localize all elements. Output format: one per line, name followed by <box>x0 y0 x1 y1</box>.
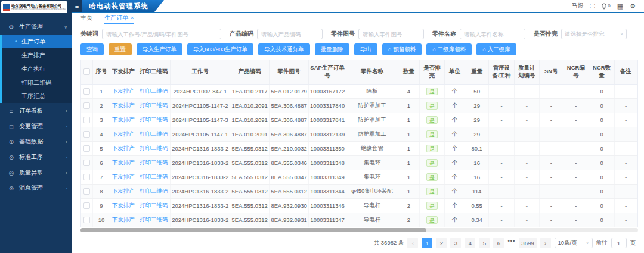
print-qrcode-link[interactable]: 打印二维码 <box>137 141 171 155</box>
page-button-3699[interactable]: 3699 <box>519 238 536 248</box>
row-checkbox[interactable] <box>83 202 90 209</box>
total-count: 共 36982 条 <box>374 239 404 247</box>
cell-index: 4 <box>93 127 110 141</box>
row-checkbox[interactable] <box>83 102 90 109</box>
cell-remark: - <box>615 84 637 98</box>
dispatch-link[interactable]: 下发排产 <box>110 198 137 213</box>
cell-product_code: 1EA.010.2117 <box>230 84 270 98</box>
user-name[interactable]: 马煜 <box>572 2 584 10</box>
select-all-checkbox[interactable] <box>83 68 90 75</box>
cell-product_code: 5EA.555.0312 <box>230 198 270 213</box>
page-button-2[interactable]: 2 <box>436 238 447 248</box>
print-qrcode-link[interactable]: 打印二维码 <box>137 155 171 170</box>
dispatch-link[interactable]: 下发排产 <box>110 213 137 227</box>
page-button-5[interactable]: 5 <box>479 238 490 248</box>
dispatch-link[interactable]: 下发排产 <box>110 84 137 98</box>
scheduled-badge: 是 <box>426 159 438 167</box>
page-size-select[interactable]: 10条/页 ∨ <box>555 238 593 248</box>
dispatch-link[interactable]: 下发排产 <box>110 155 137 170</box>
keyword-input[interactable] <box>102 29 221 39</box>
sidebar-item-production[interactable]: ⚙生产管理∨ <box>0 19 72 35</box>
search-button[interactable]: 查询 <box>80 43 104 55</box>
scrollbar-thumb[interactable] <box>80 228 426 232</box>
grid-apps-icon[interactable]: ▦ <box>617 3 623 10</box>
dispatch-link[interactable]: 下发排产 <box>110 170 137 184</box>
cell-weight: 0.55 <box>465 198 489 213</box>
page-button-3[interactable]: 3 <box>450 238 461 248</box>
page-button-1[interactable]: 1 <box>422 238 432 248</box>
print-qrcode-link[interactable]: 打印二维码 <box>137 213 171 227</box>
reset-button[interactable]: 重置 <box>109 43 132 55</box>
page-button-4[interactable]: 4 <box>465 238 475 248</box>
gear-icon[interactable]: ⚙ <box>630 3 636 10</box>
cell-index: 9 <box>93 198 110 213</box>
sidebar-subitem[interactable]: 生产排产 <box>2 48 72 62</box>
sidebar-subitem[interactable]: 打印二维码 <box>2 76 72 89</box>
reserve-material-button[interactable]: ⌂预留领料 <box>382 43 422 55</box>
batch-delete-button[interactable]: 批量删除 <box>315 43 349 55</box>
dispatch-link[interactable]: 下发排产 <box>110 127 137 141</box>
row-checkbox[interactable] <box>83 131 90 138</box>
product-code-input[interactable] <box>257 29 323 39</box>
part-name-input[interactable] <box>460 29 525 39</box>
next-page-button[interactable]: › <box>540 238 551 248</box>
scheduled-cell: 是 <box>419 84 444 98</box>
dispatch-link[interactable]: 下发排产 <box>110 184 137 198</box>
sidebar-item-base-data[interactable]: ⊕基础数据› <box>0 134 72 149</box>
print-qrcode-link[interactable]: 打印二维码 <box>137 170 171 184</box>
prev-page-button[interactable]: ‹ <box>407 238 418 248</box>
print-qrcode-link[interactable]: 打印二维码 <box>137 98 171 113</box>
dispatch-link[interactable]: 下发排产 <box>110 113 137 127</box>
print-qrcode-link[interactable]: 打印二维码 <box>137 198 171 213</box>
row-checkbox[interactable] <box>83 88 90 95</box>
scheduled-select[interactable]: 请选择是否排完∨ <box>561 29 627 39</box>
cell-sap_no: 10003167172 <box>309 84 346 98</box>
fullscreen-icon[interactable]: ⛶ <box>590 3 595 10</box>
import-notice-button[interactable]: 导入技术通知单 <box>258 43 310 55</box>
chevron-down-icon: ∨ <box>586 240 589 245</box>
row-checkbox[interactable] <box>83 174 90 180</box>
sidebar-subitem[interactable]: •生产订单 <box>2 35 72 48</box>
print-qrcode-link[interactable]: 打印二维码 <box>137 184 171 198</box>
page-ellipsis[interactable]: ••• <box>507 238 515 248</box>
sidebar-item-standard-process[interactable]: ⊙标准工序› <box>0 149 72 165</box>
row-checkbox[interactable] <box>83 188 90 195</box>
goto-page-input[interactable] <box>611 238 627 248</box>
cell-work_no: 2024HPC1316-1833-2 <box>171 155 230 170</box>
sidebar-menu: ⚙生产管理∨•生产订单生产排产生产执行打印二维码工序汇总≡订单看板›□变更管理›… <box>0 19 72 196</box>
dispatch-link[interactable]: 下发排产 <box>110 141 137 155</box>
tab-生产订单[interactable]: 生产订单× <box>104 13 134 24</box>
row-checkbox[interactable] <box>83 160 90 166</box>
sidebar-item-order-board[interactable]: ≡订单看板› <box>0 103 72 118</box>
print-qrcode-link[interactable]: 打印二维码 <box>137 84 171 98</box>
horizontal-scrollbar[interactable] <box>80 228 638 232</box>
cell-sap_no: 10003311347 <box>309 213 346 227</box>
hamburger-menu-icon[interactable]: ≡ <box>72 0 82 12</box>
sidebar-item-quality-exception[interactable]: ◎质量异常› <box>0 165 72 180</box>
print-qrcode-link[interactable]: 打印二维码 <box>137 113 171 127</box>
import-order-button[interactable]: 导入生产订单 <box>137 43 182 55</box>
column-header: 零件名称 <box>346 60 398 84</box>
column-header: SAP生产订单号 <box>309 60 346 84</box>
sidebar-item-change-mgmt[interactable]: □变更管理› <box>0 118 72 134</box>
sidebar-subitem[interactable]: 工序汇总 <box>2 89 72 103</box>
close-icon[interactable]: × <box>131 15 134 21</box>
import-603-button[interactable]: 导入603/903生产订单 <box>187 43 253 55</box>
row-checkbox[interactable] <box>83 117 90 123</box>
cell-remark: - <box>615 127 637 141</box>
cell-plan_no: - <box>514 141 539 155</box>
export-button[interactable]: 导出 <box>354 43 377 55</box>
tab-主页[interactable]: 主页 <box>80 13 92 24</box>
sidebar-item-message-mgmt[interactable]: ⊛消息管理› <box>0 180 72 196</box>
page-button-6[interactable]: 6 <box>493 238 504 248</box>
dispatch-link[interactable]: 下发排产 <box>110 98 137 113</box>
bell-icon[interactable]: 0 <box>601 3 610 10</box>
row-checkbox[interactable] <box>83 217 90 223</box>
into-level2-button[interactable]: ⌂入二级库 <box>476 43 516 55</box>
level2-material-button[interactable]: ⌂二级库领料 <box>426 43 472 55</box>
sidebar-subitem[interactable]: 生产执行 <box>2 62 72 76</box>
row-checkbox[interactable] <box>83 145 90 152</box>
row-checkbox-cell <box>81 198 93 213</box>
part-no-input[interactable] <box>358 29 424 39</box>
print-qrcode-link[interactable]: 打印二维码 <box>137 127 171 141</box>
